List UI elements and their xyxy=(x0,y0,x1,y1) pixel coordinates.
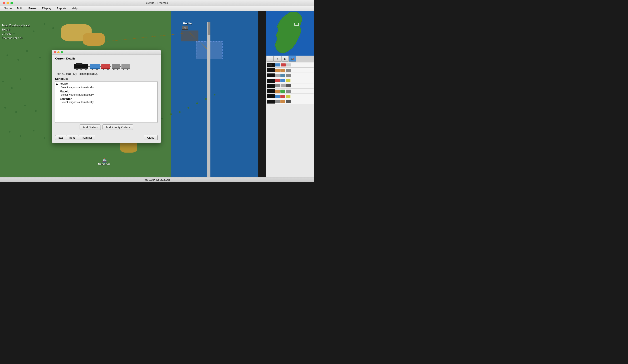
wg1-wheel-1 xyxy=(113,69,114,70)
tree-19 xyxy=(20,135,21,137)
schedule-buttons: Add Station Add Priority Orders xyxy=(55,125,158,130)
status-text: Feb 1854 $5,302,206 xyxy=(144,178,170,181)
train-row-3[interactable] xyxy=(267,73,314,78)
city-label-salvador: Salvador xyxy=(98,162,110,166)
schedule-list[interactable]: ▶ Recife Select wagons automatically ▶ M… xyxy=(55,81,158,123)
tree-36 xyxy=(179,111,180,113)
modal-min-dot[interactable] xyxy=(57,51,60,53)
minimap-image[interactable] xyxy=(266,11,314,56)
status-line-1: Train #6 arrives at Natal xyxy=(2,23,30,28)
wb-wheel-1 xyxy=(92,69,93,70)
tree-10 xyxy=(39,57,41,58)
wr-wheel-2 xyxy=(107,69,109,70)
tree-14 xyxy=(4,107,6,109)
minimize-button[interactable] xyxy=(6,2,9,4)
tree-17 xyxy=(35,110,37,112)
train-row-4[interactable] xyxy=(267,78,314,83)
city-label-recife: Recife xyxy=(183,22,192,25)
tree-4 xyxy=(33,30,34,32)
status-line-4: Revenue $24,129 xyxy=(2,36,30,40)
tree-35 xyxy=(170,113,172,115)
status-overlay: Train #6 arrives at Natal 80 Mail 27 Foo… xyxy=(2,23,30,40)
tree-11 xyxy=(2,81,4,82)
train-list-button[interactable]: Train list xyxy=(78,135,95,140)
train-roster xyxy=(266,62,314,182)
loco-wheel-1 xyxy=(76,69,78,70)
train-display xyxy=(55,62,158,71)
south-america-map xyxy=(266,11,314,56)
tree-20 xyxy=(33,130,34,132)
tree-16 xyxy=(24,105,26,106)
titlebar: cymric - Freerails xyxy=(0,0,314,6)
zoom-fit-button[interactable]: ⊡ xyxy=(282,56,289,62)
minimap-panel: − + ⊡ 🚂 xyxy=(266,11,314,182)
menubar: Game Build Broker Display Reports Help xyxy=(0,6,314,11)
schedule-label: Schedule xyxy=(55,77,158,80)
tree-9 xyxy=(26,50,28,52)
tree-5 xyxy=(44,23,45,25)
close-button[interactable] xyxy=(2,2,5,4)
train-image xyxy=(74,62,139,71)
tree-38 xyxy=(196,102,198,104)
menu-display[interactable]: Display xyxy=(40,6,54,10)
modal-close-dot[interactable] xyxy=(54,51,56,53)
coupler-3 xyxy=(110,66,111,67)
schedule-station-maceio: Maceio xyxy=(60,90,69,93)
current-details-title: Current Details xyxy=(55,57,158,60)
tree-8 xyxy=(17,59,19,61)
train-row-2[interactable] xyxy=(267,68,314,73)
window-controls[interactable] xyxy=(2,2,13,4)
close-button-modal[interactable]: Close xyxy=(144,135,158,140)
train-details-dialog: Current Details xyxy=(52,50,161,143)
train-row-5[interactable] xyxy=(267,83,314,88)
menu-reports[interactable]: Reports xyxy=(54,6,69,10)
add-priority-orders-button[interactable]: Add Priority Orders xyxy=(102,125,133,130)
add-station-button[interactable]: Add Station xyxy=(79,125,101,130)
tree-13 xyxy=(20,78,21,80)
menu-help[interactable]: Help xyxy=(70,6,80,10)
train-row-7[interactable] xyxy=(267,94,314,99)
last-button[interactable]: last xyxy=(55,135,66,140)
wb-wheel-2 xyxy=(96,69,98,70)
coupler-4 xyxy=(120,66,121,67)
tree-40 xyxy=(214,94,215,95)
wg2-wheel-1 xyxy=(123,69,124,70)
wr-wheel-1 xyxy=(103,69,104,70)
loco-cab xyxy=(76,63,82,65)
zoom-out-button[interactable]: − xyxy=(267,56,274,62)
schedule-station-salvador: Salvador xyxy=(60,97,72,100)
schedule-arrow-recife: ▶ xyxy=(56,83,59,86)
coupler-1 xyxy=(88,66,90,67)
maximize-button[interactable] xyxy=(10,2,13,4)
schedule-entry-recife: ▶ Recife Select wagons automatically xyxy=(56,82,157,89)
menu-build[interactable]: Build xyxy=(15,6,25,10)
loco-wheel-2 xyxy=(80,69,82,70)
tree-21 xyxy=(44,137,45,139)
menu-game[interactable]: Game xyxy=(2,6,14,10)
train-row-6[interactable] xyxy=(267,89,314,94)
wagon-gray-base-2 xyxy=(121,68,130,69)
locomotive-on-map: 🚢 xyxy=(102,158,107,163)
schedule-entry-maceio: ▶ Maceio Select wagons automatically xyxy=(56,90,157,96)
train-row-8[interactable] xyxy=(267,99,314,104)
wagon-red-base xyxy=(101,68,110,69)
modal-max-dot[interactable] xyxy=(61,51,63,53)
coupler-2 xyxy=(100,66,101,67)
schedule-sub-salvador: Select wagons automatically xyxy=(61,101,93,104)
tree-39 xyxy=(205,98,207,100)
scrollbar-thumb-v[interactable] xyxy=(208,22,210,35)
train-row-1[interactable] xyxy=(267,63,314,68)
city-buildings-recife xyxy=(181,30,198,41)
next-button[interactable]: next xyxy=(66,135,78,140)
train-info: Train #1: Mail (40); Passengers (80). xyxy=(55,72,158,75)
tree-18 xyxy=(9,131,10,133)
tree-7 xyxy=(6,55,8,56)
zoom-in-button[interactable]: + xyxy=(274,56,281,62)
vertical-scrollbar[interactable] xyxy=(207,22,210,182)
train-view-button[interactable]: 🚂 xyxy=(289,56,296,62)
window-title: cymric - Freerails xyxy=(146,1,168,4)
menu-broker[interactable]: Broker xyxy=(26,6,39,10)
loco-wheel-3 xyxy=(85,69,86,70)
modal-titlebar xyxy=(52,50,161,55)
wg1-wheel-2 xyxy=(117,69,118,70)
